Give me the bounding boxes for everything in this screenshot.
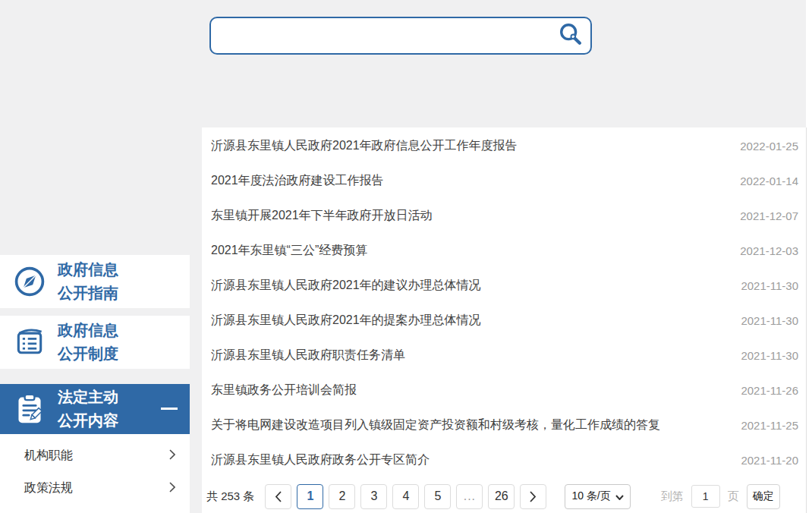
article-date: 2022-01-14: [740, 175, 798, 187]
list-item: 沂源县东里镇人民政府职责任务清单 2021-11-30: [202, 338, 806, 373]
page: 政府信息 公开指南 政府信息 公开制度: [0, 0, 812, 513]
page-size-select[interactable]: 10 条/页: [565, 484, 630, 509]
sidebar-item-label: 政府信息 公开制度: [58, 319, 118, 366]
list-item: 东里镇开展2021年下半年政府开放日活动 2021-12-07: [202, 198, 806, 233]
chevron-down-icon: [615, 490, 624, 502]
search-input[interactable]: [211, 18, 551, 53]
submenu-item-agency-functions[interactable]: 机构职能: [0, 439, 190, 472]
sidebar-item-gov-info-guide[interactable]: 政府信息 公开指南: [0, 255, 190, 308]
compass-icon: [12, 264, 47, 299]
article-date: 2021-11-25: [741, 419, 798, 432]
list-item: 关于将电网建设改造项目列入镇级固定资产投资额和村级考核，量化工作成绩的答复 20…: [202, 408, 806, 442]
prev-page-button[interactable]: [265, 484, 291, 509]
goto-page-group: 到第 页 确定: [661, 484, 780, 509]
submenu-item-policies-regulations[interactable]: 政策法规: [0, 472, 190, 505]
article-date: 2021-11-30: [741, 279, 798, 292]
list-item: 沂源县东里镇人民政府2021年的建议办理总体情况 2021-11-30: [202, 268, 806, 303]
list-item: 沂源县东里镇人民政府2021年的提案办理总体情况 2021-11-30: [202, 303, 806, 338]
chevron-right-icon: [169, 449, 175, 463]
list-item: 东里镇政务公开培训会简报 2021-11-26: [202, 373, 806, 408]
article-date: 2021-12-03: [740, 244, 798, 257]
clipboard-pencil-icon: [12, 392, 47, 426]
article-list: 沂源县东里镇人民政府2021年政府信息公开工作年度报告 2022-01-25 2…: [202, 128, 806, 477]
chevron-right-icon: [530, 491, 537, 502]
article-link[interactable]: 沂源县东里镇人民政府2021年的提案办理总体情况: [211, 313, 481, 329]
article-link[interactable]: 2021年度法治政府建设工作报告: [211, 173, 384, 189]
search-box: [209, 17, 592, 55]
article-date: 2021-11-20: [741, 454, 798, 467]
search-button[interactable]: [551, 18, 590, 53]
article-link[interactable]: 关于将电网建设改造项目列入镇级固定资产投资额和村级考核，量化工作成绩的答复: [211, 417, 660, 433]
page-button-5[interactable]: 5: [424, 484, 451, 509]
next-page-button[interactable]: [520, 484, 546, 509]
sidebar-item-statutory-disclosure[interactable]: 法定主动 公开内容: [0, 384, 190, 434]
page-buttons: 1 2 3 4 5 ... 26: [265, 484, 546, 509]
pagination-bar: 共 253 条 1 2 3 4 5 ... 26 10 条/页: [202, 480, 806, 513]
confirm-button[interactable]: 确定: [747, 484, 780, 509]
chevron-left-icon: [275, 491, 282, 502]
sidebar-item-gov-info-rules[interactable]: 政府信息 公开制度: [0, 316, 190, 369]
rules-book-icon: [12, 325, 47, 360]
sidebar-item-label: 法定主动 公开内容: [58, 386, 118, 433]
article-date: 2021-11-30: [741, 314, 798, 327]
search-header: [0, 0, 806, 127]
page-button-26[interactable]: 26: [488, 484, 515, 509]
search-icon: [558, 22, 584, 50]
goto-suffix-label: 页: [728, 489, 739, 504]
article-link[interactable]: 东里镇开展2021年下半年政府开放日活动: [211, 208, 433, 224]
page-button-2[interactable]: 2: [329, 484, 355, 509]
total-count: 共 253 条: [206, 489, 254, 504]
article-link[interactable]: 沂源县东里镇人民政府政务公开专区简介: [211, 452, 430, 468]
page-ellipsis-button[interactable]: ...: [456, 484, 483, 509]
article-link[interactable]: 沂源县东里镇人民政府职责任务清单: [211, 348, 405, 364]
collapse-minus-icon[interactable]: [161, 408, 178, 410]
article-link[interactable]: 2021年东里镇“三公”经费预算: [211, 243, 367, 259]
article-date: 2021-11-30: [741, 349, 798, 362]
chevron-right-icon: [169, 482, 175, 496]
article-link[interactable]: 沂源县东里镇人民政府2021年政府信息公开工作年度报告: [211, 138, 518, 154]
article-date: 2021-12-07: [740, 209, 798, 222]
submenu-item-gov-meetings[interactable]: 政府会议: [0, 505, 190, 513]
list-item: 沂源县东里镇人民政府政务公开专区简介 2021-11-20: [202, 442, 806, 477]
goto-prefix-label: 到第: [661, 489, 684, 504]
list-item: 2021年度法治政府建设工作报告 2022-01-14: [202, 163, 806, 198]
article-date: 2021-11-26: [741, 384, 798, 397]
list-item: 2021年东里镇“三公”经费预算 2021-12-03: [202, 233, 806, 268]
panel-right-divider: [806, 127, 807, 513]
article-date: 2022-01-25: [740, 140, 798, 153]
page-button-4[interactable]: 4: [392, 484, 419, 509]
page-button-3[interactable]: 3: [360, 484, 387, 509]
sidebar: 政府信息 公开指南 政府信息 公开制度: [0, 127, 202, 513]
article-list-panel: 沂源县东里镇人民政府2021年政府信息公开工作年度报告 2022-01-25 2…: [202, 127, 806, 513]
goto-page-input[interactable]: [691, 485, 720, 508]
article-link[interactable]: 沂源县东里镇人民政府2021年的建议办理总体情况: [211, 278, 481, 294]
list-item: 沂源县东里镇人民政府2021年政府信息公开工作年度报告 2022-01-25: [202, 128, 806, 163]
article-link[interactable]: 东里镇政务公开培训会简报: [211, 382, 357, 398]
sidebar-submenu: 机构职能 政策法规 政府会议 规划计划 重点民生 乡村振兴: [0, 434, 190, 513]
sidebar-item-label: 政府信息 公开指南: [58, 258, 118, 305]
page-button-1[interactable]: 1: [297, 484, 323, 509]
